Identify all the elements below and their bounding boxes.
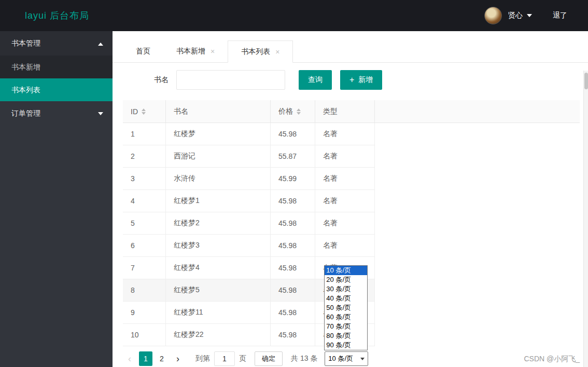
sidebar-item-label: 书本列表: [11, 86, 40, 94]
goto-page-label: 到第: [195, 354, 210, 363]
book-name-input[interactable]: [176, 70, 285, 90]
scrollbar-thumb[interactable]: [584, 73, 588, 89]
search-form: 书名 查询 + 新增: [123, 70, 580, 90]
sidebar-item-label: 书本管理: [11, 39, 40, 47]
page-size-option[interactable]: 60 条/页: [325, 312, 367, 322]
add-button[interactable]: + 新增: [340, 70, 382, 90]
logout-link[interactable]: 退了: [553, 11, 567, 20]
page-size-select-wrap: 10 条/页 10 条/页 20 条/页 30 条/页 40 条/页 50 条/…: [325, 351, 368, 366]
next-page-button[interactable]: ›: [171, 351, 185, 366]
page-size-option[interactable]: 80 条/页: [325, 331, 367, 341]
page-size-option[interactable]: 70 条/页: [325, 322, 367, 331]
page-size-selected-label: 10 条/页: [328, 354, 353, 363]
app-logo: layui 后台布局: [0, 9, 89, 22]
watermark-text: CSDN @小阿飞_: [524, 355, 580, 364]
app-window: layui 后台布局 贤心 退了 书本管理 书本新增 书本列表 订单管理: [0, 0, 588, 367]
goto-page-suffix: 页: [239, 354, 246, 363]
close-icon[interactable]: ×: [211, 48, 215, 55]
page-size-option[interactable]: 50 条/页: [325, 303, 367, 312]
avatar[interactable]: [484, 7, 502, 24]
table-row: 3 水浒传 45.99 名著: [123, 168, 375, 190]
tab-bar: 首页 书本新增 × 书本列表 ×: [113, 40, 588, 63]
chevron-up-icon: [98, 43, 103, 46]
add-button-label: 新增: [358, 75, 373, 85]
page-size-option[interactable]: 30 条/页: [325, 284, 367, 294]
chevron-down-icon: [527, 14, 532, 17]
sidebar-item-book-management[interactable]: 书本管理: [0, 31, 113, 56]
chevron-down-icon: [360, 358, 365, 360]
sort-icon[interactable]: [142, 108, 146, 115]
sidebar-item-label: 订单管理: [11, 109, 40, 117]
table-row: 5 红楼梦2 45.98 名著: [123, 212, 375, 235]
sidebar-item-book-list[interactable]: 书本列表: [0, 78, 113, 101]
table-row: 6 红楼梦3 45.98 名著: [123, 235, 375, 257]
sidebar-item-book-add[interactable]: 书本新增: [0, 56, 113, 78]
table-header-filler: [375, 100, 580, 123]
page-size-option[interactable]: 90 条/页: [325, 341, 367, 350]
username-label: 贤心: [508, 11, 523, 20]
page-size-option[interactable]: 40 条/页: [325, 294, 367, 303]
tab-home[interactable]: 首页: [123, 40, 163, 62]
column-header-type: 类型: [315, 100, 375, 123]
sidebar: 书本管理 书本新增 书本列表 订单管理: [0, 31, 113, 367]
page-size-option[interactable]: 20 条/页: [325, 275, 367, 284]
header-right: 贤心 退了: [484, 7, 588, 24]
scrollbar-track[interactable]: [583, 71, 588, 367]
confirm-button[interactable]: 确定: [255, 351, 283, 366]
main-area: 首页 书本新增 × 书本列表 × 书名 查询 + 新增: [113, 31, 588, 367]
chevron-down-icon: [98, 112, 103, 115]
page-size-option[interactable]: 10 条/页: [325, 266, 367, 275]
table-row: 4 红楼梦1 45.98 名著: [123, 190, 375, 212]
total-count-label: 共 13 条: [291, 354, 317, 363]
tab-label: 首页: [136, 47, 150, 56]
tab-book-add[interactable]: 书本新增 ×: [163, 40, 228, 62]
tab-content: 书名 查询 + 新增 ID 书名: [113, 70, 588, 366]
user-menu[interactable]: 贤心: [508, 11, 532, 20]
table-header: ID 书名 价格 类型: [123, 100, 580, 123]
pagination-bar: ‹ 1 2 › 到第 页 确定 共 13 条 10 条/页 10 条/页 20 …: [123, 351, 580, 366]
column-header-id[interactable]: ID: [123, 100, 166, 123]
tab-label: 书本新增: [176, 47, 205, 56]
page-button-1[interactable]: 1: [139, 351, 152, 366]
goto-page-input[interactable]: [214, 351, 235, 366]
close-icon[interactable]: ×: [275, 48, 279, 56]
table-row: 2 西游记 55.87 名著: [123, 145, 375, 168]
top-header: layui 后台布局 贤心 退了: [0, 0, 588, 31]
tab-book-list[interactable]: 书本列表 ×: [228, 40, 293, 63]
tab-label: 书本列表: [241, 47, 270, 57]
prev-page-button[interactable]: ‹: [123, 351, 136, 366]
column-header-price[interactable]: 价格: [271, 100, 315, 123]
column-header-name: 书名: [166, 100, 271, 123]
book-name-label: 书名: [154, 75, 169, 85]
page-size-select[interactable]: 10 条/页: [325, 351, 368, 366]
sidebar-item-order-management[interactable]: 订单管理: [0, 101, 113, 126]
table-row: 1 红楼梦 45.98 名著: [123, 123, 375, 145]
sidebar-item-label: 书本新增: [11, 63, 40, 71]
query-button[interactable]: 查询: [299, 70, 332, 90]
plus-icon: +: [349, 76, 354, 84]
page-button-2[interactable]: 2: [155, 351, 169, 366]
page-size-dropdown: 10 条/页 20 条/页 30 条/页 40 条/页 50 条/页 60 条/…: [324, 265, 368, 350]
sort-icon[interactable]: [297, 108, 301, 115]
